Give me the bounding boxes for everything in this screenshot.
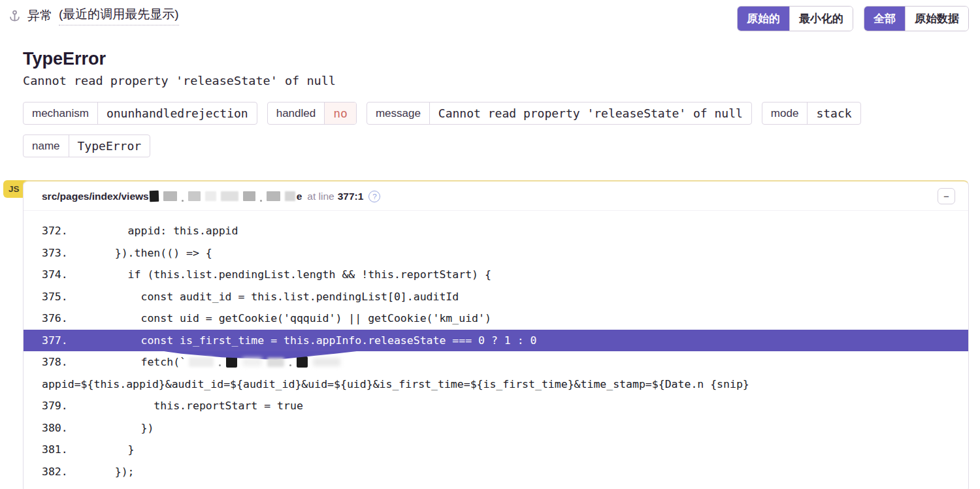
tag-value: no: [324, 103, 356, 124]
code-line: 375. const audit_id = this.list.pendingL…: [24, 286, 968, 308]
code-text: }: [89, 439, 968, 461]
tag-key: mechanism: [24, 103, 97, 124]
line-number: 382.: [24, 461, 89, 483]
code-line: 380. }): [24, 417, 968, 439]
line-number: 378.: [24, 351, 89, 373]
section-title: 异常 (最近的调用最先显示): [8, 6, 179, 25]
code-line: 373. }).then(() => {: [24, 242, 968, 264]
code-text: appid: this.appid: [89, 220, 968, 242]
line-number: 372.: [24, 220, 89, 242]
redacted-block: [149, 191, 159, 202]
redacted-block: [221, 191, 238, 201]
code-text: if (this.list.pendingList.length && !thi…: [89, 264, 968, 286]
code-line-highlighted: 377. const is_first_time = this.appInfo.…: [24, 330, 968, 352]
redacted-path-blocks: [150, 191, 295, 202]
line-number: 377.: [24, 330, 89, 352]
tag-pill-message: messageCannot read property 'releaseStat…: [367, 102, 752, 125]
anchor-icon[interactable]: [8, 10, 21, 22]
frame-header[interactable]: src/pages/index/views e at line 377:1 ? …: [24, 181, 968, 211]
line-number: 379.: [24, 395, 89, 417]
tag-value: TypeError: [69, 135, 150, 157]
code-text: appid=${this.appid}&audit_id=${audit_id}…: [24, 373, 968, 396]
tag-key: name: [24, 135, 69, 157]
at-line-label: at line: [307, 191, 334, 202]
code-line: 381. }: [24, 439, 968, 461]
redacted-block: [188, 191, 201, 201]
frame-file-path-suffix: e: [297, 191, 302, 202]
tag-value: Cannot read property 'releaseState' of n…: [429, 103, 751, 124]
redacted-dot: [260, 200, 262, 202]
collapse-frame-button[interactable]: −: [938, 188, 955, 204]
redacted-block: [205, 191, 216, 201]
tag-pill-mechanism: mechanismonunhandledrejection: [23, 102, 257, 125]
code-line: 382. });: [24, 461, 968, 483]
tag-key: message: [367, 103, 429, 124]
code-text: const audit_id = this.list.pendingList[0…: [89, 286, 968, 308]
redacted-block: [285, 191, 295, 201]
help-icon[interactable]: ?: [368, 191, 380, 202]
code-text: }).then(() => {: [89, 242, 968, 264]
code-text: const uid = getCookie('qqquid') || getCo…: [89, 308, 968, 330]
line-number: 376.: [24, 308, 89, 330]
stack-frame: JS src/pages/index/views e at line 377:1…: [3, 180, 969, 489]
error-message: Cannot read property 'releaseState' of n…: [23, 74, 980, 87]
code-context: 372. appid: this.appid373. }).then(() =>…: [24, 211, 968, 489]
toolbar: 原始的最小化的 全部原始数据: [737, 6, 969, 31]
code-line: 374. if (this.list.pendingList.length &&…: [24, 264, 968, 286]
code-text: const is_first_time = this.appInfo.relea…: [89, 330, 968, 352]
raw-data-button[interactable]: 原始数据: [905, 7, 968, 31]
line-number: 380.: [24, 417, 89, 439]
tag-pill-name: nameTypeError: [23, 134, 150, 157]
tag-value: onunhandledrejection: [97, 103, 257, 124]
tag-list: mechanismonunhandledrejectionhandlednome…: [23, 102, 969, 157]
code-line: 379. this.reportStart = true: [24, 395, 968, 417]
tag-key: handled: [268, 103, 325, 124]
code-text: this.reportStart = true: [89, 395, 968, 417]
section-title-text: 异常: [27, 7, 52, 24]
line-number: 375.: [24, 286, 89, 308]
redacted-block: [243, 191, 255, 201]
code-line: appid=${this.appid}&audit_id=${audit_id}…: [24, 373, 968, 396]
line-number: 373.: [24, 242, 89, 264]
line-number: 381.: [24, 439, 89, 461]
original-button[interactable]: 原始的: [738, 7, 789, 31]
code-text: });: [89, 461, 968, 483]
tag-key: mode: [762, 103, 808, 124]
redacted-dot: [182, 200, 184, 202]
full-button[interactable]: 全部: [864, 7, 905, 31]
code-line: 372. appid: this.appid: [24, 220, 968, 242]
tag-pill-mode: modestack: [762, 102, 861, 125]
line-number: 374.: [24, 264, 89, 286]
stack-scope-toggle: 全部原始数据: [864, 6, 969, 31]
code-text: }): [89, 417, 968, 439]
code-line: 378. fetch(`: [24, 351, 968, 373]
redacted-block: [163, 191, 177, 201]
minified-button[interactable]: 最小化的: [789, 7, 853, 31]
line-column-ref: 377:1: [338, 191, 364, 202]
redacted-block: [267, 191, 280, 201]
code-line: 376. const uid = getCookie('qqquid') || …: [24, 308, 968, 330]
top-bar: 异常 (最近的调用最先显示) 原始的最小化的 全部原始数据: [0, 0, 980, 31]
frame-file-path: src/pages/index/views: [42, 191, 149, 202]
section-subtitle: (最近的调用最先显示): [59, 6, 179, 25]
tag-pill-handled: handledno: [267, 102, 357, 125]
tag-value: stack: [807, 103, 860, 124]
error-type-title: TypeError: [23, 49, 980, 69]
stack-display-toggle: 原始的最小化的: [737, 6, 853, 31]
